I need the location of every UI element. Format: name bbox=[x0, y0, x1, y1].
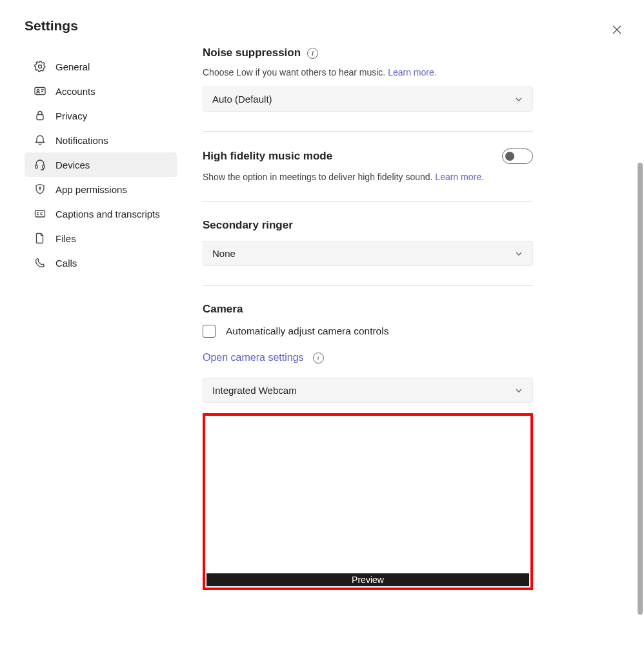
sidebar-item-label: Notifications bbox=[55, 135, 108, 146]
sidebar-item-app-permissions[interactable]: App permissions bbox=[25, 177, 177, 201]
select-value: Auto (Default) bbox=[212, 94, 272, 105]
chevron-down-icon bbox=[514, 249, 523, 258]
sidebar-item-captions[interactable]: Captions and transcripts bbox=[25, 201, 177, 226]
noise-suppression-select[interactable]: Auto (Default) bbox=[203, 87, 533, 112]
sidebar-item-label: Files bbox=[55, 233, 76, 244]
camera-title: Camera bbox=[203, 303, 243, 316]
close-button[interactable] bbox=[612, 25, 622, 35]
svg-point-6 bbox=[39, 187, 41, 189]
noise-title: Noise suppression bbox=[203, 46, 301, 59]
svg-point-2 bbox=[37, 89, 39, 91]
svg-rect-1 bbox=[35, 88, 45, 95]
cc-icon bbox=[34, 207, 46, 220]
sidebar-item-label: Privacy bbox=[55, 110, 87, 121]
svg-point-0 bbox=[39, 65, 42, 68]
sidebar-item-label: Calls bbox=[55, 258, 77, 269]
sidebar-item-devices[interactable]: Devices bbox=[25, 152, 177, 177]
sidebar-item-files[interactable]: Files bbox=[25, 226, 177, 251]
sidebar-item-notifications[interactable]: Notifications bbox=[25, 128, 177, 152]
ringer-title: Secondary ringer bbox=[203, 219, 293, 232]
headset-icon bbox=[34, 158, 46, 171]
phone-icon bbox=[34, 256, 46, 269]
gear-icon bbox=[34, 60, 46, 73]
svg-rect-4 bbox=[35, 165, 37, 169]
auto-adjust-checkbox[interactable] bbox=[203, 325, 216, 338]
select-value: Integrated Webcam bbox=[212, 385, 297, 396]
hifi-title: High fidelity music mode bbox=[203, 150, 332, 163]
select-value: None bbox=[212, 248, 236, 259]
info-icon[interactable]: i bbox=[313, 353, 324, 363]
sidebar-item-label: Devices bbox=[55, 159, 90, 170]
shield-key-icon bbox=[34, 183, 46, 196]
svg-rect-3 bbox=[37, 115, 43, 120]
camera-section: Camera Automatically adjust camera contr… bbox=[203, 303, 533, 590]
info-icon[interactable]: i bbox=[307, 48, 318, 59]
settings-content: Noise suppression i Choose Low if you wa… bbox=[185, 18, 546, 645]
preview-label: Preview bbox=[206, 573, 529, 586]
chevron-down-icon bbox=[514, 386, 523, 395]
svg-rect-5 bbox=[43, 165, 45, 169]
hifi-learn-more-link[interactable]: Learn more. bbox=[435, 172, 483, 182]
auto-adjust-label: Automatically adjust camera controls bbox=[226, 325, 388, 337]
sidebar-item-general[interactable]: General bbox=[25, 54, 177, 79]
sidebar-item-label: Accounts bbox=[55, 86, 96, 97]
noise-desc: Choose Low if you want others to hear mu… bbox=[203, 67, 533, 77]
noise-learn-more-link[interactable]: Learn more. bbox=[388, 67, 436, 77]
camera-select[interactable]: Integrated Webcam bbox=[203, 378, 533, 403]
camera-preview: Preview bbox=[203, 413, 533, 590]
svg-rect-7 bbox=[35, 210, 45, 217]
id-card-icon bbox=[34, 85, 46, 97]
sidebar-item-label: App permissions bbox=[55, 184, 127, 195]
hifi-section: High fidelity music mode Show the option… bbox=[203, 148, 533, 202]
file-icon bbox=[34, 232, 46, 245]
noise-suppression-section: Noise suppression i Choose Low if you wa… bbox=[203, 46, 533, 132]
sidebar-item-label: General bbox=[55, 61, 90, 72]
sidebar-item-label: Captions and transcripts bbox=[55, 209, 160, 220]
secondary-ringer-select[interactable]: None bbox=[203, 241, 533, 266]
secondary-ringer-section: Secondary ringer None bbox=[203, 219, 533, 286]
hifi-toggle[interactable] bbox=[502, 148, 533, 164]
page-title: Settings bbox=[25, 18, 185, 34]
bell-icon bbox=[34, 134, 46, 147]
sidebar: Settings General Accounts Privacy Notifi… bbox=[25, 18, 185, 645]
scrollbar[interactable] bbox=[638, 163, 643, 615]
lock-icon bbox=[34, 109, 46, 122]
hifi-desc: Show the option in meetings to deliver h… bbox=[203, 172, 533, 182]
open-camera-settings-link[interactable]: Open camera settings bbox=[203, 352, 304, 363]
sidebar-item-privacy[interactable]: Privacy bbox=[25, 103, 177, 128]
sidebar-item-accounts[interactable]: Accounts bbox=[25, 79, 177, 103]
chevron-down-icon bbox=[514, 95, 523, 104]
sidebar-item-calls[interactable]: Calls bbox=[25, 251, 177, 275]
